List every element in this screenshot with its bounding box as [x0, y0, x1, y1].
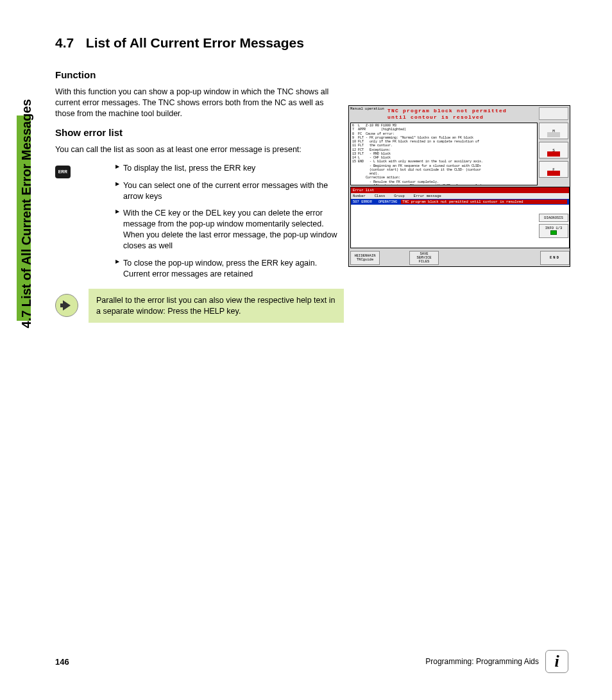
col-number: Number: [353, 194, 366, 198]
note-box: Parallel to the error list you can also …: [55, 289, 344, 322]
cell-group: OPERATING: [378, 200, 398, 204]
fig-topbar: Manual operation TNC program block not p…: [349, 106, 570, 121]
col-message: Error message: [414, 194, 441, 198]
fig-sk-tncguide: HEIDENHAINTNCguide: [350, 251, 380, 265]
subheading-show-error-list: Show error list: [55, 127, 344, 138]
fig-diag-panel: DIAGNOSIS INFO 1/3: [539, 214, 568, 240]
instruction-list: To display the list, press the ERR key Y…: [115, 163, 344, 280]
page-footer: 146 Programming: Programming Aids i: [55, 650, 568, 673]
fig-errlist-header: Number Class Group Error message: [351, 193, 569, 199]
fig-override-f: F: [539, 161, 568, 178]
section-number: 4.7: [55, 35, 82, 51]
section-title: List of All Current Error Messages: [86, 35, 330, 51]
side-tab: 4.7 List of All Current Error Messages: [17, 32, 36, 321]
fig-override-m: M: [539, 123, 568, 139]
fig-side-buttons: M S F: [539, 123, 568, 180]
cell-class: ERROR: [361, 200, 372, 204]
info-icon: i: [545, 650, 568, 673]
fig-error-banner: TNC program block not permitted until co…: [386, 107, 538, 121]
col-group: Group: [394, 194, 405, 198]
show-error-intro: You can call the list as soon as at leas…: [55, 144, 344, 155]
list-item: To display the list, press the ERR key: [115, 163, 344, 174]
function-paragraph: With this function you can show a pop-up…: [55, 87, 344, 119]
col-class: Class: [375, 194, 386, 198]
fig-softkey-row: HEIDENHAINTNCguide SAVE SERVICE FILES EN…: [350, 251, 570, 265]
fig-program-listing: 6 L Z-10 R0 F1000 M3 7 APPR (highlighted…: [350, 123, 538, 185]
chapter-label: Programming: Programming Aids: [425, 657, 539, 666]
fig-error-list: Error list Number Class Group Error mess…: [350, 187, 570, 248]
fig-mode-label: Manual operation: [350, 107, 385, 111]
green-indicator-icon: [550, 230, 557, 235]
fig-sk-end: END: [540, 251, 570, 265]
cell-number: 507: [353, 200, 359, 204]
fig-sk-save-service: SAVE SERVICE FILES: [409, 251, 439, 265]
fig-errlist-row: 507 ERROR OPERATING TNC program block no…: [351, 199, 569, 205]
cell-message: TNC program block not permitted until co…: [401, 200, 567, 204]
list-item: With the CE key or the DEL key you can d…: [115, 208, 344, 252]
list-item: You can select one of the current error …: [115, 180, 344, 202]
side-tab-text: 4.7 List of All Current Error Messages: [19, 40, 34, 329]
err-key-icon: ERR: [55, 166, 71, 178]
page-number: 146: [55, 657, 69, 667]
info-icon-glyph: i: [554, 652, 559, 671]
tnc-screenshot: Manual operation TNC program block not p…: [348, 105, 570, 267]
sk-label: HEIDENHAINTNCguide: [354, 254, 375, 262]
note-text: Parallel to the error list you can also …: [89, 289, 344, 323]
section-heading: 4.7 List of All Current Error Messages: [55, 35, 344, 51]
fig-banner-rightbox: [539, 107, 568, 120]
list-item: To close the pop-up window, press the ER…: [115, 258, 344, 280]
subheading-function: Function: [55, 69, 344, 80]
fig-sk-spacer: [439, 251, 540, 265]
fig-override-s: S: [539, 142, 568, 158]
fig-info-btn: INFO 1/3: [539, 224, 568, 238]
fig-info-btn-label: INFO 1/3: [545, 226, 562, 230]
fig-errlist-title: Error list: [351, 187, 569, 193]
note-arrow-icon: [55, 294, 78, 317]
instruction-block: ERR To display the list, press the ERR k…: [55, 163, 344, 280]
fig-sk-spacer: [380, 251, 409, 265]
main-content: 4.7 List of All Current Error Messages F…: [55, 35, 344, 322]
footer-right: Programming: Programming Aids i: [425, 650, 568, 673]
fig-diagnosis-btn: DIAGNOSIS: [539, 214, 568, 222]
